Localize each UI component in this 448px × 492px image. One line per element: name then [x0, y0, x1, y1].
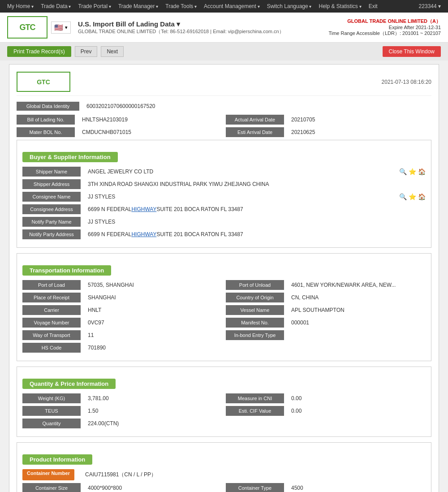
- page-title: U.S. Import Bill of Lading Data ▾: [78, 20, 328, 28]
- prev-button-top[interactable]: Prev: [75, 46, 98, 57]
- flag-button[interactable]: 🇺🇸 ▾: [51, 22, 71, 34]
- port-unload-value: 4601, NEW YORK/NEWARK AREA, NEW...: [288, 280, 426, 290]
- consignee-search-icon[interactable]: 🔍: [399, 193, 407, 200]
- global-id-row: Global Data Identity 6003202107060000016…: [17, 101, 431, 111]
- notify-address-link[interactable]: HIGHWAY: [131, 231, 156, 237]
- next-button-top[interactable]: Next: [101, 46, 124, 57]
- consignee-icons: 🔍 ⭐ 🏠: [399, 192, 426, 202]
- buyer-supplier-header: Buyer & Supplier Information: [22, 152, 118, 162]
- consignee-address-link[interactable]: HIGHWAY: [131, 206, 156, 212]
- shipper-star-icon[interactable]: ⭐: [409, 168, 416, 175]
- quantity-label: Quantity: [22, 419, 81, 428]
- page-header: GTC 🇺🇸 ▾ U.S. Import Bill of Lading Data…: [0, 13, 448, 43]
- header-subtitle: GLOBAL TRADE ONLINE LIMITED（Tel: 86-512-…: [78, 28, 328, 35]
- nav-trade-tools[interactable]: Trade Tools: [162, 0, 200, 13]
- manifest-label: Manifest No.: [226, 318, 284, 328]
- way-transport-value: 11: [84, 330, 222, 340]
- shipper-address-label: Shipper Address: [22, 179, 81, 189]
- teus-label: TEUS: [22, 406, 81, 416]
- consignee-address-label: Consignee Address: [22, 204, 81, 214]
- action-bar-top: Print Trade Record(s) Prev Next Close Th…: [0, 43, 448, 60]
- hs-code-row: HS Code 701890: [22, 343, 426, 353]
- product-section: Product Information Container Number CAI…: [17, 442, 431, 492]
- buyer-supplier-section: Buyer & Supplier Information Shipper Nam…: [17, 140, 431, 248]
- nav-my-home[interactable]: My Home: [4, 0, 37, 13]
- country-origin-value: CN, CHINA: [288, 293, 426, 302]
- logo-area: GTC 🇺🇸 ▾: [7, 16, 71, 39]
- notify-party-address-value: 6699 N FEDERAL HIGHWAY SUITE 201 BOCA RA…: [84, 229, 426, 239]
- container-type-label: Container Type: [226, 483, 284, 492]
- nav-exit[interactable]: Exit: [365, 0, 381, 13]
- time-range: Time Range Accessible（LDR）: 201001 ~ 202…: [328, 30, 441, 37]
- way-transport-label: Way of Transport: [22, 330, 81, 340]
- consignee-address-value: 6699 N FEDERAL HIGHWAY SUITE 201 BOCA RA…: [84, 204, 426, 214]
- shipper-search-icon[interactable]: 🔍: [399, 168, 407, 175]
- bol-row: Bill of Lading No. HNLTSHA2103019 Actual…: [17, 115, 431, 125]
- quantity-price-header: Quantity & Price Information: [22, 379, 116, 389]
- bol-value: HNLTSHA2103019: [78, 115, 222, 125]
- in-bond-value: [288, 330, 426, 340]
- notify-party-address-row: Notify Party Address 6699 N FEDERAL HIGH…: [22, 229, 426, 239]
- logo: GTC: [7, 16, 47, 39]
- port-unload-label: Port of Unload: [226, 280, 284, 290]
- transportation-section: Transportation Information Port of Load …: [17, 253, 431, 361]
- shipper-name-row: Shipper Name ANGEL JEWELRY CO LTD 🔍 ⭐ 🏠: [22, 167, 426, 177]
- container-type-value: 4500: [288, 483, 426, 492]
- container-number-value: CAIU7115981（CN / L / PP）: [82, 469, 426, 480]
- carrier-label: Carrier: [22, 305, 81, 315]
- weight-label: Weight (KG): [22, 393, 81, 403]
- place-receipt-value: SHANGHAI: [84, 293, 222, 302]
- consignee-star-icon[interactable]: ⭐: [409, 193, 416, 200]
- main-content: GTC 2021-07-13 08:16:20 Global Data Iden…: [9, 64, 439, 492]
- carrier-value: HNLT: [84, 305, 222, 315]
- record-logo: GTC: [17, 72, 70, 92]
- shipper-name-value: ANGEL JEWELRY CO LTD: [84, 167, 396, 177]
- voyage-label: Voyage Number: [22, 318, 81, 328]
- nav-trade-portal[interactable]: Trade Portal: [75, 0, 115, 13]
- port-load-row: Port of Load 57035, SHANGHAI Port of Unl…: [22, 280, 426, 290]
- country-origin-label: Country of Origin: [226, 293, 284, 302]
- shipper-icons: 🔍 ⭐ 🏠: [399, 167, 426, 177]
- nav-trade-manager[interactable]: Trade Manager: [115, 0, 162, 13]
- expire-date: Expire After 2021-12-31: [328, 25, 441, 30]
- nav-trade-data[interactable]: Trade Data: [37, 0, 74, 13]
- nav-switch-language[interactable]: Switch Language: [263, 0, 315, 13]
- manifest-value: 000001: [288, 318, 426, 328]
- container-size-row: Container Size 4000*900*800 Container Ty…: [22, 483, 426, 492]
- print-button-top[interactable]: Print Trade Record(s): [7, 46, 71, 57]
- weight-row: Weight (KG) 3,781.00 Measure in CNI 0.00: [22, 393, 426, 403]
- place-receipt-label: Place of Receipt: [22, 293, 81, 302]
- measure-cni-label: Measure in CNI: [226, 393, 284, 403]
- header-right: GLOBAL TRADE ONLINE LIMITED（A） Expire Af…: [328, 18, 441, 37]
- quantity-value: 224.00(CTN): [84, 419, 426, 428]
- consignee-home-icon[interactable]: 🏠: [418, 193, 426, 200]
- transportation-header: Transportation Information: [22, 265, 111, 276]
- shipper-name-label: Shipper Name: [22, 167, 81, 177]
- record-header: GTC 2021-07-13 08:16:20: [17, 72, 431, 96]
- company-name: GLOBAL TRADE ONLINE LIMITED（A）: [328, 18, 441, 25]
- consignee-address-row: Consignee Address 6699 N FEDERAL HIGHWAY…: [22, 204, 426, 214]
- esti-arrival-label: Esti Arrival Date: [226, 127, 284, 137]
- measure-cni-value: 0.00: [288, 393, 426, 403]
- hs-code-value: 701890: [84, 343, 426, 353]
- record-date: 2021-07-13 08:16:20: [382, 79, 431, 85]
- weight-value: 3,781.00: [84, 393, 222, 403]
- port-load-value: 57035, SHANGHAI: [84, 280, 222, 290]
- container-size-value: 4000*900*800: [84, 483, 222, 492]
- mater-bol-label: Mater BOL No.: [17, 127, 75, 137]
- consignee-name-label: Consignee Name: [22, 192, 81, 202]
- flag-arrow: ▾: [65, 25, 68, 30]
- nav-account-management[interactable]: Account Management: [200, 0, 263, 13]
- bol-label: Bill of Lading No.: [17, 115, 75, 125]
- notify-party-name-row: Notify Party Name JJ STYLES: [22, 217, 426, 227]
- voyage-row: Voyage Number 0VC97 Manifest No. 000001: [22, 318, 426, 328]
- global-data-identity-label: Global Data Identity: [17, 102, 79, 111]
- esti-cif-label: Esti. CIF Value: [226, 406, 284, 416]
- container-size-label: Container Size: [22, 483, 81, 492]
- close-button-top[interactable]: Close This Window: [383, 46, 441, 57]
- user-id: 223344 ▾: [415, 0, 444, 13]
- vessel-name-value: APL SOUTHAMPTON: [288, 305, 426, 315]
- shipper-home-icon[interactable]: 🏠: [418, 168, 426, 175]
- teus-value: 1.50: [84, 406, 222, 416]
- nav-help-statistics[interactable]: Help & Statistics: [315, 0, 365, 13]
